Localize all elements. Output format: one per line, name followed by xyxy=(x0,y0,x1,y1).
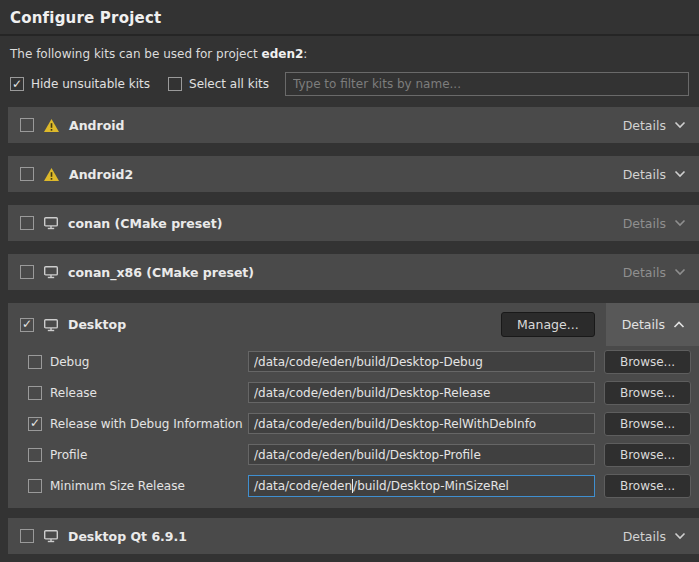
chevron-down-icon xyxy=(674,268,686,276)
kit-checkbox[interactable] xyxy=(20,216,34,230)
warning-icon xyxy=(43,167,60,182)
browse-button[interactable]: Browse... xyxy=(604,350,691,374)
kit-list: Android Details Android2 Details c xyxy=(0,107,699,554)
config-label: Release with Debug Information xyxy=(50,417,248,431)
kit-checkbox[interactable] xyxy=(20,265,34,279)
kit-name: conan_x86 (CMake preset) xyxy=(68,265,254,280)
kit-row-desktop[interactable]: Desktop Manage... Details xyxy=(8,303,699,346)
kit-filter-input[interactable] xyxy=(285,72,689,96)
kit-row-android[interactable]: Android Details xyxy=(8,107,699,143)
build-dir-input[interactable] xyxy=(248,382,595,403)
details-button[interactable]: Details xyxy=(623,529,686,544)
config-checkbox[interactable] xyxy=(28,479,42,493)
kit-checkbox[interactable] xyxy=(20,118,34,132)
kit-row-conan[interactable]: conan (CMake preset) Details xyxy=(8,205,699,241)
select-all-label[interactable]: Select all kits xyxy=(189,77,269,91)
build-dir-input-focused[interactable]: /data/code/eden/build/Desktop-MinSizeRel xyxy=(248,475,595,497)
build-dir-input[interactable] xyxy=(248,351,595,372)
config-row-relwithdebinfo: Release with Debug Information Browse... xyxy=(8,408,699,439)
title-bar: Configure Project xyxy=(0,0,699,36)
project-name: eden2 xyxy=(262,47,304,61)
kit-row-android2[interactable]: Android2 Details xyxy=(8,156,699,192)
kit-name: Desktop Qt 6.9.1 xyxy=(68,529,187,544)
chevron-up-icon xyxy=(673,321,685,329)
build-dir-input[interactable] xyxy=(248,444,595,465)
hide-unsuitable-checkbox[interactable] xyxy=(10,77,24,91)
config-row-profile: Profile Browse... xyxy=(8,439,699,470)
kit-panel-desktop: Desktop Manage... Details Debug Browse..… xyxy=(8,303,699,508)
chevron-down-icon xyxy=(674,219,686,227)
kit-name: conan (CMake preset) xyxy=(68,216,222,231)
config-checkbox[interactable] xyxy=(28,386,42,400)
select-all-checkbox[interactable] xyxy=(168,77,182,91)
chevron-down-icon xyxy=(674,532,686,540)
chevron-down-icon xyxy=(674,170,686,178)
details-button[interactable]: Details xyxy=(623,265,686,280)
manage-button[interactable]: Manage... xyxy=(501,312,595,337)
config-row-minsizerel: Minimum Size Release /data/code/eden/bui… xyxy=(8,470,699,501)
kit-row-desktop-qt[interactable]: Desktop Qt 6.9.1 Details xyxy=(8,518,699,554)
configure-project-dialog: Configure Project The following kits can… xyxy=(0,0,699,562)
config-label: Debug xyxy=(50,355,248,369)
page-title: Configure Project xyxy=(10,9,689,27)
desktop-icon xyxy=(43,318,59,332)
intro-text: The following kits can be used for proje… xyxy=(10,47,689,61)
config-checkbox[interactable] xyxy=(28,448,42,462)
kit-checkbox[interactable] xyxy=(20,318,34,332)
config-label: Profile xyxy=(50,448,248,462)
hide-unsuitable-label[interactable]: Hide unsuitable kits xyxy=(31,77,150,91)
config-checkbox[interactable] xyxy=(28,417,42,431)
kit-name: Android xyxy=(69,118,125,133)
details-button[interactable]: Details xyxy=(623,167,686,182)
config-row-release: Release Browse... xyxy=(8,377,699,408)
build-dir-input[interactable] xyxy=(248,413,595,434)
config-checkbox[interactable] xyxy=(28,355,42,369)
config-row-debug: Debug Browse... xyxy=(8,346,699,377)
warning-icon xyxy=(43,118,60,133)
kit-checkbox[interactable] xyxy=(20,529,34,543)
kit-name: Android2 xyxy=(69,167,133,182)
config-label: Minimum Size Release xyxy=(50,479,248,493)
kit-name: Desktop xyxy=(68,317,126,332)
kit-row-conan-x86[interactable]: conan_x86 (CMake preset) Details xyxy=(8,254,699,290)
browse-button[interactable]: Browse... xyxy=(604,443,691,467)
desktop-icon xyxy=(43,216,59,230)
details-button-expanded[interactable]: Details xyxy=(606,303,699,346)
kit-checkbox[interactable] xyxy=(20,167,34,181)
browse-button[interactable]: Browse... xyxy=(604,474,691,498)
details-button[interactable]: Details xyxy=(623,118,686,133)
config-label: Release xyxy=(50,386,248,400)
desktop-icon xyxy=(43,265,59,279)
chevron-down-icon xyxy=(674,121,686,129)
browse-button[interactable]: Browse... xyxy=(604,412,691,436)
kit-filter-controls: Hide unsuitable kits Select all kits xyxy=(10,72,689,96)
details-button[interactable]: Details xyxy=(623,216,686,231)
browse-button[interactable]: Browse... xyxy=(604,381,691,405)
desktop-icon xyxy=(43,529,59,543)
